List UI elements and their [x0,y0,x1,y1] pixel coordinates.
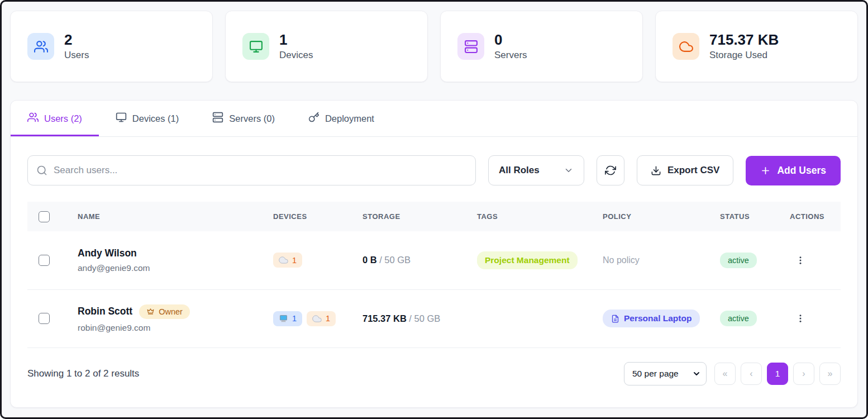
kebab-icon [795,313,805,323]
add-users-button[interactable]: Add Users [746,156,841,185]
search-wrap [27,155,476,185]
user-email: robin@genie9.com [78,323,262,333]
roles-filter-value: All Roles [499,165,540,176]
dashboard-page: 2 Users 1 Devices 0 Servers [0,0,868,419]
refresh-button[interactable] [597,155,624,185]
policy-badge: Personal Laptop [603,310,700,327]
no-policy-text: No policy [603,255,640,265]
tab-devices-label: Devices (1) [132,113,179,124]
refresh-icon [605,165,616,176]
tab-users-label: Users (2) [44,113,82,124]
per-page-select[interactable]: 50 per page [624,362,707,385]
last-page-button[interactable]: » [819,363,841,385]
tab-deployment[interactable]: Deployment [292,101,391,136]
table-row: Andy Wilson andy@genie9.com 1 [27,231,841,289]
stat-card-storage: 715.37 KB Storage Used [655,11,858,82]
policy-badge-label: Personal Laptop [624,313,691,323]
server-icon [457,33,484,60]
storage-used: 715.37 KB [363,313,407,323]
stat-value-users: 2 [64,32,89,49]
cloud-device-badge: 1 [273,253,302,268]
per-page-wrap: 50 per page [624,362,707,385]
stat-label-users: Users [64,50,89,61]
export-csv-button[interactable]: Export CSV [637,155,734,185]
cloud-icon [279,255,288,265]
status-badge: active [720,311,757,326]
tab-servers-label: Servers (0) [229,113,275,124]
tag-badge: Project Management [477,251,578,269]
main-panel: Users (2) Devices (1) Servers (0) Deploy… [10,100,858,408]
owner-badge: Owner [139,304,190,319]
results-summary: Showing 1 to 2 of 2 results [27,368,139,379]
cloud-icon [673,33,699,60]
column-header-name: NAME [66,202,262,231]
tab-users[interactable]: Users (2) [11,101,99,136]
cloud-device-count: 1 [292,256,297,265]
user-name: Andy Wilson [78,247,137,259]
status-badge: active [720,253,757,268]
kebab-icon [795,255,805,265]
users-table: NAME DEVICES STORAGE TAGS POLICY STATUS … [27,202,841,348]
column-header-policy: POLICY [592,202,709,231]
previous-page-button[interactable]: ‹ [741,363,762,385]
users-icon [27,112,39,125]
table-row: Robin Scott Owner robin@genie9.com [27,289,841,347]
users-icon [27,33,54,60]
tab-devices[interactable]: Devices (1) [99,101,195,136]
search-icon [36,165,47,176]
stat-value-storage: 715.37 KB [709,32,779,49]
toolbar: All Roles Export CSV Add Users [27,155,841,185]
monitor-icon [242,33,269,60]
tab-deployment-label: Deployment [325,113,374,124]
server-icon [212,112,223,125]
pagination: « ‹ 1 › » [714,363,841,385]
row-actions-menu-button[interactable] [790,310,811,327]
stats-row: 2 Users 1 Devices 0 Servers [2,2,866,82]
chevron-down-icon [564,165,574,175]
user-name: Robin Scott [78,306,132,317]
stat-card-servers: 0 Servers [440,11,643,82]
table-header-row: NAME DEVICES STORAGE TAGS POLICY STATUS … [27,202,841,231]
stat-label-servers: Servers [494,50,527,61]
storage-quota: / 50 GB [379,255,411,265]
computer-device-count: 1 [292,314,297,323]
computer-icon [279,314,288,323]
roles-filter-dropdown[interactable]: All Roles [488,155,584,185]
select-all-checkbox[interactable] [39,211,50,222]
first-page-button[interactable]: « [714,363,736,385]
add-users-label: Add Users [777,165,826,177]
export-csv-label: Export CSV [667,165,720,176]
row-checkbox[interactable] [39,313,50,324]
crown-icon [146,307,155,316]
cloud-device-count: 1 [326,314,330,323]
row-actions-menu-button[interactable] [790,252,811,269]
stat-label-storage: Storage Used [709,50,779,61]
stat-label-devices: Devices [279,50,313,61]
cloud-device-badge: 1 [307,311,336,326]
page-1-button[interactable]: 1 [767,363,788,385]
stat-value-devices: 1 [279,32,313,49]
column-header-actions: ACTIONS [779,202,841,231]
column-header-tags: TAGS [466,202,592,231]
row-checkbox[interactable] [39,255,50,266]
column-header-status: STATUS [709,202,779,231]
owner-badge-label: Owner [159,307,183,316]
stat-card-devices: 1 Devices [225,11,428,82]
tab-bar: Users (2) Devices (1) Servers (0) Deploy… [11,101,857,137]
monitor-icon [116,112,127,125]
search-input[interactable] [27,155,476,185]
next-page-button[interactable]: › [793,363,814,385]
table-footer: Showing 1 to 2 of 2 results 50 per page … [11,348,857,385]
key-icon [308,112,319,125]
stat-value-servers: 0 [494,32,527,49]
stat-card-users: 2 Users [10,11,213,82]
column-header-devices: DEVICES [262,202,351,231]
storage-used: 0 B [363,255,377,265]
storage-quota: / 50 GB [409,313,440,323]
column-header-storage: STORAGE [351,202,466,231]
cloud-icon [312,314,322,323]
tab-servers[interactable]: Servers (0) [195,101,292,136]
user-email: andy@genie9.com [78,263,262,273]
document-icon [611,315,619,323]
computer-device-badge: 1 [273,311,302,326]
